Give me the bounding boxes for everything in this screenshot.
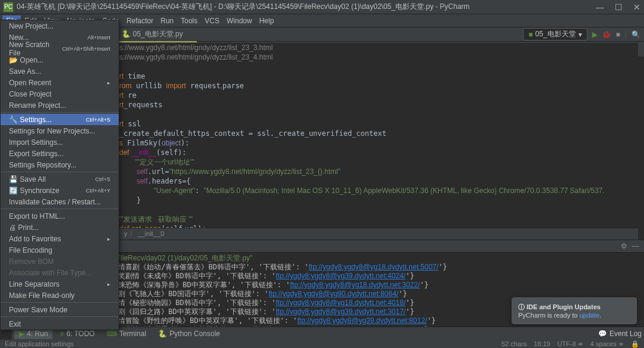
minimize-tool-icon[interactable]: — xyxy=(632,242,639,250)
menu-item-export-to-html[interactable]: Export to HTML... xyxy=(1,210,119,222)
status-encoding[interactable]: UTF-8 ≑ xyxy=(558,340,583,348)
status-hint: Edit application settings xyxy=(5,340,74,347)
menu-item-save-as[interactable]: Save As... xyxy=(1,66,119,77)
menu-item-save-all[interactable]: 💾 Save AllCtrl+S xyxy=(1,173,119,185)
minimize-button[interactable]: — xyxy=(596,2,604,12)
menu-item-invalidate-caches-restart[interactable]: Invalidate Caches / Restart... xyxy=(1,196,119,207)
stop-button[interactable]: ■ xyxy=(616,30,620,39)
window-title: 04-英雄飞机 [D:\聊天记录\2541145459\FileRecv\04-… xyxy=(17,2,596,12)
menu-item-remove-bom: Remove BOM xyxy=(1,256,119,267)
debug-button[interactable]: 🐞 xyxy=(602,30,611,39)
app-icon: PC xyxy=(4,2,13,12)
status-bar: Edit application settings 52 chars 18:19… xyxy=(0,340,644,348)
menu-item-settings[interactable]: 🔧 Settings...Ctrl+Alt+S xyxy=(1,114,119,125)
gear-icon[interactable]: ⚙ xyxy=(621,242,627,250)
notification-popup[interactable]: ⓘ IDE and Plugin Updates PyCharm is read… xyxy=(512,297,637,324)
menu-tools[interactable]: Tools xyxy=(177,15,201,26)
close-button[interactable]: ✕ xyxy=(633,2,640,12)
maximize-button[interactable]: ☐ xyxy=(615,2,623,12)
search-button[interactable]: 🔍 xyxy=(631,30,640,39)
separator: | xyxy=(625,30,627,39)
event-log-button[interactable]: Event Log xyxy=(609,330,642,338)
status-caret[interactable]: 18:19 xyxy=(534,340,550,348)
menu-item-import-settings[interactable]: Import Settings... xyxy=(1,136,119,148)
menu-item-settings-for-new-projects[interactable]: Settings for New Projects... xyxy=(1,125,119,136)
menu-item-export-settings[interactable]: Export Settings... xyxy=(1,148,119,159)
menu-item-exit[interactable]: Exit xyxy=(1,318,119,330)
breadcrumb-item[interactable]: 🐍 05_电影天堂.py xyxy=(122,29,182,39)
menu-run[interactable]: Run xyxy=(157,15,177,26)
menu-item-associate-with-file-type: Associate with File Type... xyxy=(1,267,119,278)
run-config-icon: ■ xyxy=(528,30,532,39)
menu-item-power-save-mode[interactable]: Power Save Mode xyxy=(1,304,119,315)
menu-item-line-separators[interactable]: Line Separators▸ xyxy=(1,278,119,290)
editor-breadcrumb[interactable]: y 〉 __init__0 xyxy=(119,228,638,240)
menu-refactor[interactable]: Refactor xyxy=(123,15,157,26)
code-editor[interactable]: s://www.ygdy8.net/html/gndy/dyzz/list_23… xyxy=(119,43,638,228)
menu-item-new-scratch-file[interactable]: New Scratch FileCtrl+Alt+Shift+Insert xyxy=(1,43,119,54)
title-bar: PC 04-英雄飞机 [D:\聊天记录\2541145459\FileRecv\… xyxy=(0,0,644,14)
menu-item-new-project[interactable]: New Project... xyxy=(1,20,119,32)
menu-item-settings-repository[interactable]: Settings Repository... xyxy=(1,159,119,170)
menu-item-print[interactable]: 🖨 Print... xyxy=(1,222,119,233)
file-menu-dropdown: New Project...New...Alt+InsertNew Scratc… xyxy=(0,20,119,330)
update-link[interactable]: update xyxy=(580,312,600,319)
menu-item-file-encoding[interactable]: File Encoding xyxy=(1,244,119,256)
notif-msg: PyCharm is ready to xyxy=(518,312,580,319)
status-indent[interactable]: 4 spaces ≑ xyxy=(590,340,624,348)
menu-item-rename-project[interactable]: Rename Project... xyxy=(1,100,119,111)
menu-item-make-file-read-only[interactable]: Make File Read-only xyxy=(1,290,119,301)
menu-item-add-to-favorites[interactable]: Add to Favorites▸ xyxy=(1,233,119,244)
notif-title: IDE and Plugin Updates xyxy=(527,303,600,310)
run-button[interactable]: ▶ xyxy=(592,30,597,39)
menu-window[interactable]: Window xyxy=(223,15,256,26)
run-config-name: 05_电影天堂 xyxy=(535,29,576,39)
chevron-down-icon: ▾ xyxy=(578,30,582,39)
menu-vcs[interactable]: VCS xyxy=(201,15,223,26)
lock-icon[interactable]: 🔒 xyxy=(631,340,639,348)
status-chars: 52 chars xyxy=(501,340,527,348)
menu-help[interactable]: Help xyxy=(256,15,278,26)
run-config-selector[interactable]: ■ 05_电影天堂 ▾ xyxy=(523,28,587,41)
menu-item-synchronize[interactable]: 🔄 SynchronizeCtrl+Alt+Y xyxy=(1,185,119,196)
menu-item-open-recent[interactable]: Open Recent▸ xyxy=(1,77,119,88)
menu-item-close-project[interactable]: Close Project xyxy=(1,88,119,100)
bottom-tab-python-console[interactable]: 🐍Python Console xyxy=(153,328,225,339)
